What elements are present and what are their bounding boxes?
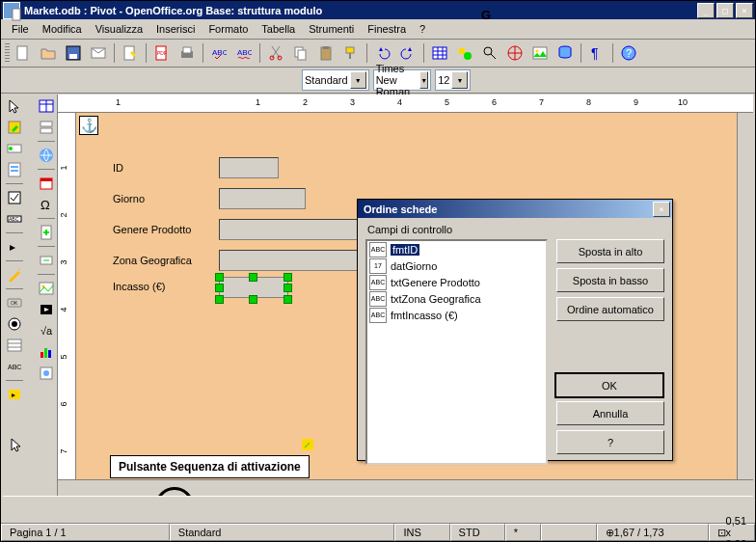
date-icon[interactable] xyxy=(37,174,56,193)
ruler-tick: 5 xyxy=(59,354,68,359)
status-mode[interactable]: STD xyxy=(450,524,505,541)
field-input[interactable] xyxy=(219,219,373,240)
status-page: Pagina 1 / 1 xyxy=(1,524,170,541)
cancel-button[interactable]: Annulla xyxy=(556,401,664,425)
insert-chart-icon[interactable] xyxy=(37,342,56,362)
ruler-tick: 1 xyxy=(116,97,121,107)
field-input[interactable] xyxy=(219,188,306,209)
table-icon[interactable] xyxy=(428,41,451,65)
list-item[interactable]: ABCfmtIncasso (€) xyxy=(367,307,546,323)
more-controls-icon[interactable]: ▸ xyxy=(5,237,24,257)
dialog-close-button[interactable]: × xyxy=(653,202,670,217)
tab-order-dialog: Ordine schede × Campi di controllo ABCfm… xyxy=(357,199,673,461)
field-input[interactable] xyxy=(219,250,373,271)
list-item[interactable]: ABCtxtZona Geografica xyxy=(367,290,546,307)
field-type-icon: ABC xyxy=(369,291,387,307)
field-label: Genere Prodotto xyxy=(113,224,219,235)
svg-rect-16 xyxy=(323,46,329,49)
draw-icon[interactable] xyxy=(453,41,476,65)
special-char-icon[interactable]: Ω xyxy=(37,195,56,214)
svg-rect-14 xyxy=(298,50,306,60)
field-input[interactable] xyxy=(219,157,279,178)
horizontal-ruler[interactable]: 1 1 2 3 4 5 6 7 8 9 10 xyxy=(58,95,753,113)
anchor-icon[interactable]: ⚓ xyxy=(79,116,98,135)
field-type-icon: ABC xyxy=(369,308,387,323)
list-item-label: fmtIncasso (€) xyxy=(391,310,458,321)
controls-listbox[interactable]: ABCfmtID 17datGiorno ABCtxtGenere Prodot… xyxy=(365,239,548,465)
textfield-icon[interactable]: ABC xyxy=(5,209,24,229)
list-item[interactable]: 17datGiorno xyxy=(367,257,546,274)
insert-formula-icon[interactable]: √a xyxy=(37,321,56,340)
design-mode-icon[interactable] xyxy=(5,118,24,137)
dropdown-icon[interactable]: ▼ xyxy=(419,71,428,89)
form-row-zona: Zona Geografica xyxy=(113,250,373,271)
field-label: Zona Geografica xyxy=(113,255,219,266)
resize-handle[interactable] xyxy=(249,273,257,282)
button-icon[interactable]: OK xyxy=(5,293,24,312)
radio-icon[interactable] xyxy=(5,314,24,334)
form-row-genere: Genere Prodotto xyxy=(113,219,373,240)
checkbox-icon[interactable] xyxy=(5,188,24,207)
wizard-icon[interactable] xyxy=(5,265,24,285)
svg-rect-76 xyxy=(44,348,47,358)
resize-handle[interactable] xyxy=(215,284,224,292)
paste-icon[interactable] xyxy=(314,41,338,65)
list-item[interactable]: ABCfmtID xyxy=(367,241,546,257)
menu-window[interactable]: Finestra xyxy=(361,21,413,37)
size-combo[interactable]: 12▼ xyxy=(435,69,471,91)
insert-movie-icon[interactable] xyxy=(37,300,56,319)
vertical-scrollbar[interactable] xyxy=(737,113,753,479)
toolbar-form-design: ⚓ T ▸ xyxy=(3,496,753,524)
vertical-ruler[interactable]: 1 2 3 4 5 6 7 xyxy=(58,113,76,479)
insert-section-icon[interactable] xyxy=(37,118,56,137)
svg-rect-64 xyxy=(40,128,52,133)
dropdown-icon[interactable]: ▼ xyxy=(350,71,366,89)
dropdown-icon[interactable]: ▼ xyxy=(451,71,468,89)
menu-help[interactable]: ? xyxy=(413,21,432,37)
ruler-tick: 6 xyxy=(492,97,497,107)
svg-rect-50 xyxy=(9,192,20,203)
status-coord: ⊕ 1,67 / 1,73 xyxy=(597,524,709,541)
resize-handle[interactable] xyxy=(284,295,292,304)
insert-image-icon[interactable] xyxy=(37,279,56,298)
resize-handle[interactable] xyxy=(215,295,224,304)
insert-ole-icon[interactable] xyxy=(37,364,56,383)
resize-handle[interactable] xyxy=(284,273,292,282)
control-icon[interactable] xyxy=(5,139,24,158)
insert-table-icon[interactable] xyxy=(37,96,56,116)
svg-rect-19 xyxy=(433,47,446,59)
select-icon[interactable] xyxy=(5,96,24,116)
dialog-titlebar[interactable]: Ordine schede × xyxy=(358,200,672,218)
ruler-tick: 7 xyxy=(539,97,544,107)
svg-rect-67 xyxy=(40,178,52,181)
auto-order-button[interactable]: Ordine automatico xyxy=(556,297,664,321)
ok-button[interactable]: OK xyxy=(554,372,664,398)
font-combo[interactable]: Times New Roman▼ xyxy=(373,69,431,91)
move-down-button[interactable]: Sposta in basso xyxy=(556,268,664,292)
resize-handle[interactable] xyxy=(284,284,292,292)
svg-rect-48 xyxy=(11,166,18,168)
style-combo[interactable]: Standard▼ xyxy=(302,69,369,91)
form-icon[interactable] xyxy=(5,160,24,179)
undo-icon[interactable] xyxy=(371,41,394,65)
hyperlink-icon[interactable] xyxy=(37,146,56,165)
format-paint-icon[interactable] xyxy=(339,41,363,65)
redo-icon[interactable] xyxy=(396,41,419,65)
move-up-button[interactable]: Sposta in alto xyxy=(556,239,664,263)
group-label: Campi di controllo xyxy=(367,224,452,235)
label-icon[interactable]: ABC xyxy=(5,357,24,376)
resize-handle[interactable] xyxy=(215,273,224,282)
size-value: 12 xyxy=(438,74,449,86)
insert-doc-icon[interactable] xyxy=(37,223,56,242)
ruler-tick: 1 xyxy=(59,165,68,170)
status-ins[interactable]: INS xyxy=(394,524,449,541)
controls-nav-icon[interactable] xyxy=(37,251,56,270)
status-blank xyxy=(541,524,596,541)
style-value: Standard xyxy=(305,74,348,86)
help-button[interactable]: ? xyxy=(556,430,664,454)
resize-handle[interactable] xyxy=(249,295,257,304)
more-icon[interactable]: ▸ xyxy=(5,385,24,404)
listbox-icon[interactable] xyxy=(5,336,24,355)
menu-tools[interactable]: Strumenti xyxy=(302,21,361,37)
list-item[interactable]: ABCtxtGenere Prodotto xyxy=(367,274,546,290)
